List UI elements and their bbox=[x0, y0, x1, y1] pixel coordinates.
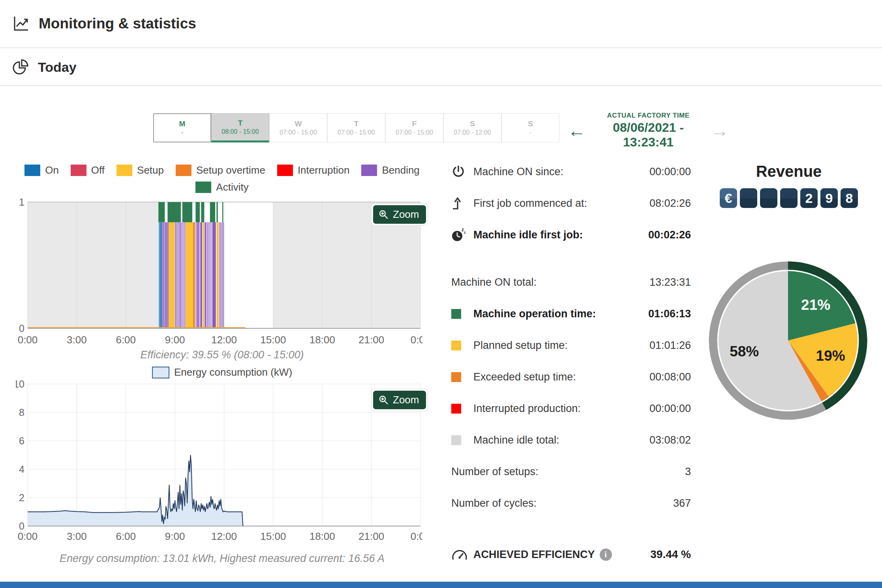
stat-color-swatch bbox=[451, 309, 461, 319]
svg-text:8: 8 bbox=[19, 407, 24, 418]
day-tab-letter: T bbox=[354, 119, 359, 129]
revenue-digit-tile-5: 9 bbox=[820, 188, 838, 208]
svg-text:12:00: 12:00 bbox=[211, 334, 237, 346]
power-icon bbox=[451, 165, 473, 179]
legend-label-interruption: Interruption bbox=[298, 164, 350, 176]
factory-time-label: ACTUAL FACTORY TIME bbox=[588, 112, 708, 120]
stat-label: Machine ON total: bbox=[451, 276, 649, 288]
day-tab-hours: - bbox=[181, 129, 183, 137]
page-header: Monitoring & statistics bbox=[0, 0, 882, 48]
energy-legend: Energy consumption (kW) bbox=[24, 366, 420, 378]
stat-row-2: zzMachine idle first job:00:02:26 bbox=[451, 219, 691, 251]
stat-row-4: Machine ON total:13:23:31 bbox=[451, 266, 691, 298]
legend-label-bending: Bending bbox=[382, 164, 419, 176]
legend-swatch-off bbox=[71, 165, 86, 176]
stat-label: Planned setup time: bbox=[473, 339, 649, 352]
svg-text:4: 4 bbox=[19, 464, 24, 475]
legend-row-2: Activity bbox=[195, 181, 248, 193]
stat-value: 00:08:00 bbox=[649, 371, 691, 383]
svg-text:9:00: 9:00 bbox=[165, 334, 185, 346]
stat-label: Machine idle total: bbox=[473, 434, 649, 446]
svg-text:z: z bbox=[464, 230, 466, 234]
revenue-counter: €298 bbox=[719, 188, 858, 208]
achieved-efficiency-row: ACHIEVED EFFICIENCY i 39.44 % bbox=[451, 539, 691, 570]
efficiency-caption: Efficiency: 39.55 % (08:00 - 15:00) bbox=[24, 349, 420, 361]
svg-text:12:00: 12:00 bbox=[211, 530, 237, 542]
factory-time-block: ← ACTUAL FACTORY TIME 08/06/2021 - 13:23… bbox=[565, 112, 731, 150]
energy-consumption-chart: 02468100:003:006:009:0012:0015:0018:0021… bbox=[16, 378, 422, 544]
day-tab-hours: - bbox=[529, 129, 531, 137]
revenue-digit-tile-6: 8 bbox=[841, 188, 858, 208]
svg-text:0: 0 bbox=[19, 323, 24, 334]
stat-label: Machine operation time: bbox=[473, 308, 648, 320]
stat-row-7: Exceeded setup time:00:08:00 bbox=[451, 361, 691, 393]
energy-legend-label: Energy consumption (kW) bbox=[174, 366, 292, 378]
stat-value: 00:00:00 bbox=[649, 403, 691, 415]
stat-value: 01:01:26 bbox=[649, 339, 691, 352]
legend-label-setup_overtime: Setup overtime bbox=[196, 164, 265, 176]
idle-clock-icon: zz bbox=[451, 227, 473, 242]
page-title: Monitoring & statistics bbox=[39, 15, 196, 32]
energy-zoom-button[interactable]: Zoom bbox=[373, 391, 426, 409]
svg-text:6: 6 bbox=[19, 435, 24, 446]
legend-swatch-activity bbox=[195, 182, 211, 193]
stat-swatch-wrap bbox=[451, 309, 473, 319]
zoom-button-label: Zoom bbox=[393, 394, 419, 406]
activity-timeline-chart: 100:003:006:009:0012:0015:0018:0021:000:… bbox=[16, 197, 422, 347]
svg-text:15:00: 15:00 bbox=[260, 334, 286, 346]
activity-zoom-button[interactable]: Zoom bbox=[373, 205, 426, 224]
day-tab-1[interactable]: T08:00 - 15:00 bbox=[211, 113, 269, 142]
day-tab-4[interactable]: F07:00 - 15:00 bbox=[385, 113, 443, 142]
stat-row-1: First job commenced at:08:02:26 bbox=[451, 187, 691, 219]
svg-text:3:00: 3:00 bbox=[67, 334, 87, 346]
day-tab-letter: S bbox=[470, 119, 475, 129]
svg-text:0:00: 0:00 bbox=[18, 530, 38, 542]
day-tab-2[interactable]: W07:00 - 15:00 bbox=[269, 113, 327, 142]
day-tab-5[interactable]: S07:00 - 12:00 bbox=[443, 113, 501, 142]
day-tab-letter: T bbox=[238, 118, 243, 128]
svg-text:10: 10 bbox=[16, 378, 24, 390]
svg-text:0: 0 bbox=[19, 521, 24, 532]
legend-label-off: Off bbox=[91, 164, 105, 176]
svg-text:9:00: 9:00 bbox=[165, 530, 185, 542]
stat-value: 01:06:13 bbox=[648, 308, 691, 320]
revenue-digit-tile-2 bbox=[760, 188, 777, 208]
achieved-efficiency-label: ACHIEVED EFFICIENCY bbox=[473, 549, 595, 561]
day-tab-letter: F bbox=[412, 119, 417, 129]
svg-text:58%: 58% bbox=[730, 343, 759, 360]
day-tab-0[interactable]: M- bbox=[153, 113, 211, 142]
legend-row-1: OnOffSetupSetup overtimeInterruptionBend… bbox=[24, 164, 420, 176]
legend-item-setup: Setup bbox=[116, 164, 164, 176]
previous-day-arrow[interactable]: ← bbox=[565, 122, 588, 140]
svg-text:0:00: 0:00 bbox=[18, 334, 38, 346]
stat-row-0: Machine ON since:00:00:00 bbox=[451, 156, 691, 187]
day-tab-3[interactable]: T07:00 - 15:00 bbox=[327, 113, 385, 142]
stat-row-6: Planned setup time:01:01:26 bbox=[451, 330, 691, 361]
stat-row-5: Machine operation time:01:06:13 bbox=[451, 298, 691, 330]
legend-item-interruption: Interruption bbox=[277, 164, 350, 176]
activity-legend: OnOffSetupSetup overtimeInterruptionBend… bbox=[24, 164, 420, 193]
stat-row-9: Machine idle total:03:08:02 bbox=[451, 424, 691, 456]
achieved-efficiency-value: 39.44 % bbox=[612, 548, 691, 561]
magnifier-plus-icon bbox=[379, 210, 389, 220]
next-day-arrow[interactable]: → bbox=[708, 122, 731, 140]
stat-row-10: Number of setups:3 bbox=[451, 456, 691, 487]
svg-text:2: 2 bbox=[19, 492, 24, 503]
stat-label: Number of cycles: bbox=[451, 497, 673, 509]
info-icon[interactable]: i bbox=[600, 549, 612, 561]
gauge-icon bbox=[451, 547, 468, 562]
stat-label: Machine ON since: bbox=[473, 166, 649, 178]
day-tab-hours: 08:00 - 15:00 bbox=[221, 128, 259, 136]
day-tab-6[interactable]: S- bbox=[501, 113, 559, 142]
svg-text:0:00: 0:00 bbox=[411, 530, 422, 542]
revenue-block: Revenue €298 bbox=[719, 163, 858, 208]
legend-swatch-interruption bbox=[277, 165, 293, 176]
stat-color-swatch bbox=[451, 404, 461, 414]
stat-color-swatch bbox=[451, 372, 461, 382]
stat-value: 08:02:26 bbox=[649, 197, 691, 210]
stat-swatch-wrap bbox=[451, 372, 473, 382]
svg-text:21:00: 21:00 bbox=[358, 334, 384, 346]
svg-text:6:00: 6:00 bbox=[116, 530, 136, 542]
magnifier-plus-icon bbox=[379, 395, 389, 405]
legend-item-on: On bbox=[24, 164, 59, 176]
